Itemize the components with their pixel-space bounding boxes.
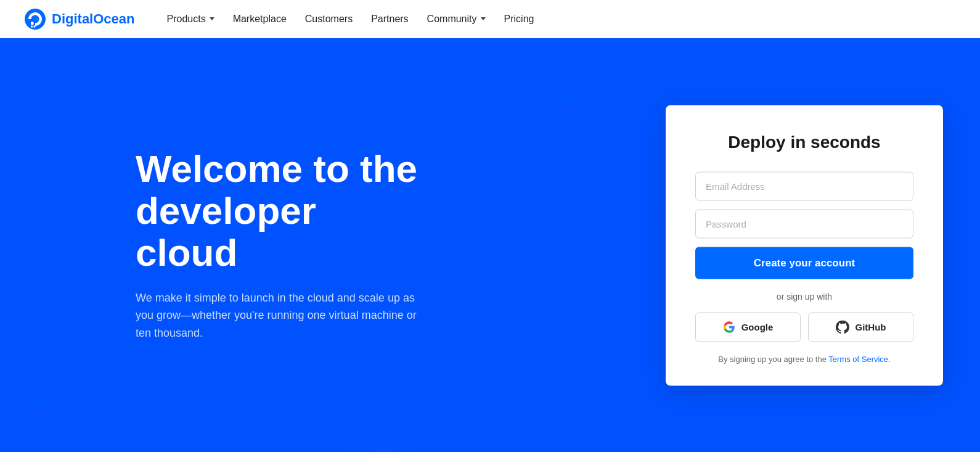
brand-name: DigitalOcean xyxy=(52,11,134,27)
nav-link-community[interactable]: Community xyxy=(420,9,493,30)
svg-point-46 xyxy=(575,221,579,225)
or-divider: or sign up with xyxy=(695,291,913,301)
svg-point-56 xyxy=(261,417,281,437)
svg-point-24 xyxy=(572,102,599,112)
svg-rect-2 xyxy=(31,25,33,27)
svg-point-68 xyxy=(402,425,412,435)
svg-rect-3 xyxy=(34,25,36,27)
password-input[interactable] xyxy=(695,209,913,238)
brand-logo[interactable]: DigitalOcean xyxy=(25,9,134,30)
create-account-button[interactable]: Create your account xyxy=(695,247,913,279)
nav-item-customers[interactable]: Customers xyxy=(298,9,360,30)
email-input[interactable] xyxy=(695,171,913,200)
social-buttons: Google GitHub xyxy=(695,312,913,342)
svg-point-47 xyxy=(479,135,483,139)
nav-links: Products Marketplace Customers Partners … xyxy=(159,9,541,30)
signup-card: Deploy in seconds Create your account or… xyxy=(666,105,943,385)
chevron-down-icon xyxy=(481,17,486,20)
google-icon xyxy=(723,321,735,333)
svg-point-55 xyxy=(254,409,288,444)
github-icon xyxy=(836,320,849,334)
chevron-down-icon xyxy=(210,17,214,20)
digitalocean-logo-icon xyxy=(25,9,46,30)
navbar: DigitalOcean Products Marketplace Custom… xyxy=(0,0,980,38)
nav-link-pricing[interactable]: Pricing xyxy=(497,9,542,30)
nav-item-products[interactable]: Products xyxy=(159,9,221,30)
nav-item-pricing[interactable]: Pricing xyxy=(497,9,542,30)
svg-line-33 xyxy=(644,134,647,154)
nav-link-partners[interactable]: Partners xyxy=(364,9,415,30)
tos-text: By signing up you agree to the Terms of … xyxy=(695,354,913,363)
hero-title: Welcome to the developer cloud xyxy=(136,148,419,274)
svg-rect-1 xyxy=(31,22,34,25)
signup-card-title: Deploy in seconds xyxy=(695,132,913,152)
github-button-label: GitHub xyxy=(855,322,886,332)
svg-marker-25 xyxy=(565,104,572,111)
svg-point-72 xyxy=(656,393,700,424)
nav-item-partners[interactable]: Partners xyxy=(364,9,415,30)
terms-of-service-link[interactable]: Terms of Service xyxy=(828,354,888,363)
nav-item-marketplace[interactable]: Marketplace xyxy=(226,9,294,30)
svg-line-31 xyxy=(629,135,632,155)
google-button-label: Google xyxy=(741,322,774,332)
svg-line-30 xyxy=(621,134,626,152)
hero-section: Welcome to the developer cloud We make i… xyxy=(0,38,980,452)
nav-link-customers[interactable]: Customers xyxy=(298,9,360,30)
svg-marker-23 xyxy=(509,131,518,141)
svg-point-67 xyxy=(383,425,393,435)
svg-point-65 xyxy=(308,416,456,450)
nav-item-community[interactable]: Community xyxy=(420,9,493,30)
hero-content: Welcome to the developer cloud We make i… xyxy=(0,148,419,342)
github-signup-button[interactable]: GitHub xyxy=(808,312,913,342)
svg-point-49 xyxy=(658,209,661,213)
nav-link-products[interactable]: Products xyxy=(159,9,221,30)
svg-point-22 xyxy=(518,129,555,142)
svg-point-69 xyxy=(192,366,202,376)
hero-subtitle: We make it simple to launch in the cloud… xyxy=(136,289,419,342)
nav-link-marketplace[interactable]: Marketplace xyxy=(226,9,294,30)
google-signup-button[interactable]: Google xyxy=(695,312,801,342)
svg-rect-66 xyxy=(357,416,376,429)
